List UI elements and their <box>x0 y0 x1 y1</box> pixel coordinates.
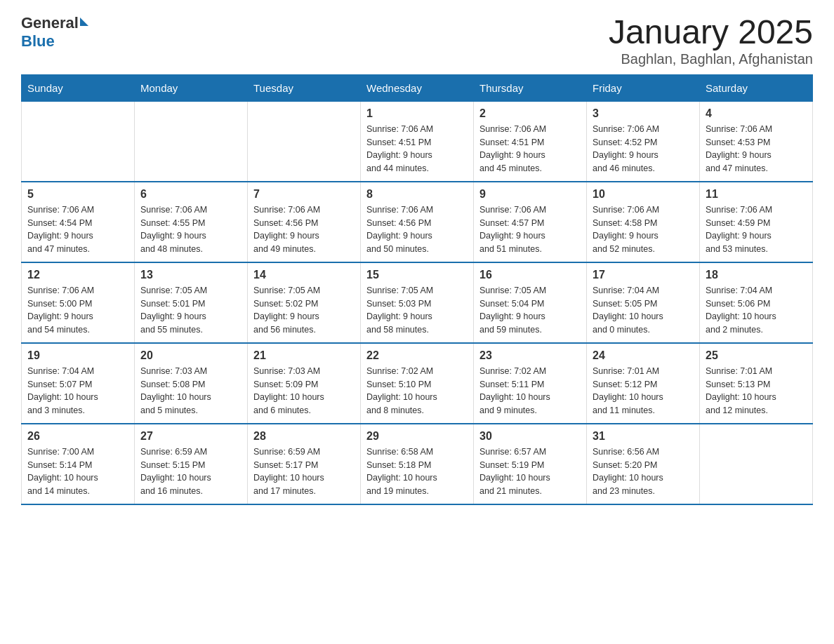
calendar-cell: 27Sunrise: 6:59 AMSunset: 5:15 PMDayligh… <box>135 424 248 504</box>
day-info: Sunrise: 6:59 AMSunset: 5:15 PMDaylight:… <box>140 445 241 498</box>
day-info: Sunrise: 7:06 AMSunset: 4:59 PMDaylight:… <box>706 203 807 256</box>
weekday-header-sunday: Sunday <box>22 74 135 101</box>
calendar-cell: 29Sunrise: 6:58 AMSunset: 5:18 PMDayligh… <box>361 424 474 504</box>
day-info: Sunrise: 7:06 AMSunset: 4:57 PMDaylight:… <box>479 203 581 256</box>
page-header: General Blue January 2025 Baghlan, Baghl… <box>21 14 813 67</box>
day-info: Sunrise: 7:05 AMSunset: 5:04 PMDaylight:… <box>479 284 581 337</box>
day-number: 11 <box>706 188 807 201</box>
day-number: 20 <box>140 349 241 362</box>
day-info: Sunrise: 7:06 AMSunset: 4:52 PMDaylight:… <box>593 123 694 175</box>
day-info: Sunrise: 7:04 AMSunset: 5:07 PMDaylight:… <box>27 365 128 417</box>
calendar-cell: 24Sunrise: 7:01 AMSunset: 5:12 PMDayligh… <box>587 343 700 424</box>
day-info: Sunrise: 7:06 AMSunset: 5:00 PMDaylight:… <box>27 284 128 337</box>
day-number: 31 <box>593 430 694 443</box>
day-info: Sunrise: 7:01 AMSunset: 5:13 PMDaylight:… <box>706 365 807 417</box>
calendar-title: January 2025 <box>609 14 813 51</box>
calendar-cell <box>700 424 813 504</box>
calendar-cell: 15Sunrise: 7:05 AMSunset: 5:03 PMDayligh… <box>361 262 474 343</box>
calendar-cell: 18Sunrise: 7:04 AMSunset: 5:06 PMDayligh… <box>700 262 813 343</box>
calendar-cell <box>22 101 135 182</box>
weekday-header-thursday: Thursday <box>474 74 587 101</box>
weekday-header-saturday: Saturday <box>700 74 813 101</box>
day-info: Sunrise: 7:04 AMSunset: 5:06 PMDaylight:… <box>706 284 807 337</box>
calendar-cell: 11Sunrise: 7:06 AMSunset: 4:59 PMDayligh… <box>700 182 813 262</box>
calendar-week-row: 1Sunrise: 7:06 AMSunset: 4:51 PMDaylight… <box>22 101 813 182</box>
calendar-cell: 23Sunrise: 7:02 AMSunset: 5:11 PMDayligh… <box>474 343 587 424</box>
day-number: 3 <box>593 107 694 120</box>
day-info: Sunrise: 6:56 AMSunset: 5:20 PMDaylight:… <box>593 445 694 498</box>
day-number: 1 <box>366 107 468 120</box>
day-number: 16 <box>479 269 581 281</box>
day-number: 6 <box>140 188 241 201</box>
calendar-cell <box>135 101 248 182</box>
day-number: 7 <box>253 188 355 201</box>
logo-arrow-icon <box>80 18 88 26</box>
day-info: Sunrise: 7:05 AMSunset: 5:01 PMDaylight:… <box>140 284 241 337</box>
day-number: 27 <box>140 430 241 443</box>
logo-general: General <box>21 14 79 32</box>
day-number: 15 <box>366 269 468 281</box>
weekday-header-tuesday: Tuesday <box>248 74 361 101</box>
calendar-cell: 16Sunrise: 7:05 AMSunset: 5:04 PMDayligh… <box>474 262 587 343</box>
calendar-cell: 6Sunrise: 7:06 AMSunset: 4:55 PMDaylight… <box>135 182 248 262</box>
day-info: Sunrise: 7:06 AMSunset: 4:51 PMDaylight:… <box>366 123 468 175</box>
day-info: Sunrise: 7:06 AMSunset: 4:55 PMDaylight:… <box>140 203 241 256</box>
logo-blue: Blue <box>21 32 55 51</box>
day-number: 30 <box>479 430 581 443</box>
day-number: 13 <box>140 269 241 281</box>
day-number: 18 <box>706 269 807 281</box>
day-number: 26 <box>27 430 128 443</box>
calendar-cell: 25Sunrise: 7:01 AMSunset: 5:13 PMDayligh… <box>700 343 813 424</box>
calendar-cell: 19Sunrise: 7:04 AMSunset: 5:07 PMDayligh… <box>22 343 135 424</box>
day-info: Sunrise: 7:05 AMSunset: 5:03 PMDaylight:… <box>366 284 468 337</box>
day-number: 23 <box>479 349 581 362</box>
day-number: 29 <box>366 430 468 443</box>
calendar-cell <box>248 101 361 182</box>
day-info: Sunrise: 7:06 AMSunset: 4:58 PMDaylight:… <box>593 203 694 256</box>
day-info: Sunrise: 7:05 AMSunset: 5:02 PMDaylight:… <box>253 284 355 337</box>
calendar-cell: 20Sunrise: 7:03 AMSunset: 5:08 PMDayligh… <box>135 343 248 424</box>
calendar-cell: 3Sunrise: 7:06 AMSunset: 4:52 PMDaylight… <box>587 101 700 182</box>
day-info: Sunrise: 7:06 AMSunset: 4:56 PMDaylight:… <box>253 203 355 256</box>
calendar-cell: 1Sunrise: 7:06 AMSunset: 4:51 PMDaylight… <box>361 101 474 182</box>
calendar-cell: 13Sunrise: 7:05 AMSunset: 5:01 PMDayligh… <box>135 262 248 343</box>
calendar-cell: 26Sunrise: 7:00 AMSunset: 5:14 PMDayligh… <box>22 424 135 504</box>
day-number: 17 <box>593 269 694 281</box>
day-number: 14 <box>253 269 355 281</box>
calendar-cell: 17Sunrise: 7:04 AMSunset: 5:05 PMDayligh… <box>587 262 700 343</box>
day-number: 12 <box>27 269 128 281</box>
day-number: 2 <box>479 107 581 120</box>
day-info: Sunrise: 6:58 AMSunset: 5:18 PMDaylight:… <box>366 445 468 498</box>
logo: General Blue <box>21 14 88 51</box>
calendar-cell: 9Sunrise: 7:06 AMSunset: 4:57 PMDaylight… <box>474 182 587 262</box>
calendar-table: SundayMondayTuesdayWednesdayThursdayFrid… <box>21 74 813 505</box>
day-info: Sunrise: 7:03 AMSunset: 5:09 PMDaylight:… <box>253 365 355 417</box>
calendar-cell: 22Sunrise: 7:02 AMSunset: 5:10 PMDayligh… <box>361 343 474 424</box>
day-info: Sunrise: 7:04 AMSunset: 5:05 PMDaylight:… <box>593 284 694 337</box>
calendar-cell: 31Sunrise: 6:56 AMSunset: 5:20 PMDayligh… <box>587 424 700 504</box>
day-info: Sunrise: 7:02 AMSunset: 5:11 PMDaylight:… <box>479 365 581 417</box>
weekday-header-wednesday: Wednesday <box>361 74 474 101</box>
day-info: Sunrise: 7:03 AMSunset: 5:08 PMDaylight:… <box>140 365 241 417</box>
day-info: Sunrise: 6:57 AMSunset: 5:19 PMDaylight:… <box>479 445 581 498</box>
calendar-week-row: 19Sunrise: 7:04 AMSunset: 5:07 PMDayligh… <box>22 343 813 424</box>
calendar-subtitle: Baghlan, Baghlan, Afghanistan <box>609 51 813 67</box>
day-number: 24 <box>593 349 694 362</box>
calendar-cell: 2Sunrise: 7:06 AMSunset: 4:51 PMDaylight… <box>474 101 587 182</box>
calendar-cell: 14Sunrise: 7:05 AMSunset: 5:02 PMDayligh… <box>248 262 361 343</box>
title-block: January 2025 Baghlan, Baghlan, Afghanist… <box>609 14 813 67</box>
weekday-header-monday: Monday <box>135 74 248 101</box>
weekday-header-friday: Friday <box>587 74 700 101</box>
calendar-week-row: 5Sunrise: 7:06 AMSunset: 4:54 PMDaylight… <box>22 182 813 262</box>
calendar-cell: 12Sunrise: 7:06 AMSunset: 5:00 PMDayligh… <box>22 262 135 343</box>
day-info: Sunrise: 6:59 AMSunset: 5:17 PMDaylight:… <box>253 445 355 498</box>
calendar-cell: 4Sunrise: 7:06 AMSunset: 4:53 PMDaylight… <box>700 101 813 182</box>
calendar-cell: 28Sunrise: 6:59 AMSunset: 5:17 PMDayligh… <box>248 424 361 504</box>
calendar-cell: 7Sunrise: 7:06 AMSunset: 4:56 PMDaylight… <box>248 182 361 262</box>
day-number: 28 <box>253 430 355 443</box>
day-number: 25 <box>706 349 807 362</box>
day-info: Sunrise: 7:01 AMSunset: 5:12 PMDaylight:… <box>593 365 694 417</box>
day-number: 21 <box>253 349 355 362</box>
day-number: 8 <box>366 188 468 201</box>
calendar-cell: 21Sunrise: 7:03 AMSunset: 5:09 PMDayligh… <box>248 343 361 424</box>
